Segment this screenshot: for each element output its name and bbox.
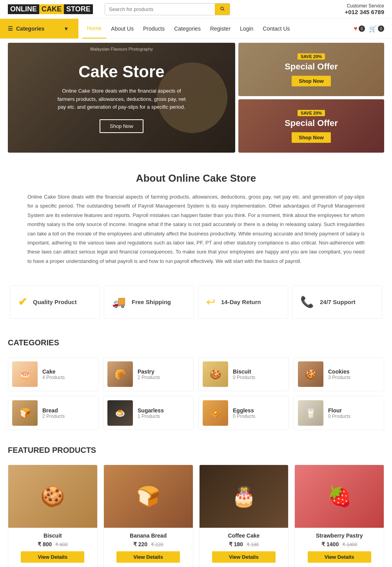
- product-banana-bread-btn[interactable]: View Details: [116, 551, 180, 563]
- category-sugarless[interactable]: 🍮 Sugarless 1 Products: [103, 396, 194, 430]
- category-eggless-info: Eggless 0 Products: [233, 407, 255, 419]
- category-cookies-info: Cookies 3 Products: [328, 368, 350, 380]
- search-input[interactable]: [105, 4, 215, 15]
- product-coffee-cake-img: 🎂: [200, 465, 289, 528]
- navigation: ☰ Categories ▾ Home About Us Products Ca…: [0, 19, 392, 39]
- featured-title: FEATURED PRODUCTS: [8, 446, 384, 457]
- search-button[interactable]: [215, 4, 230, 15]
- product-coffee-cake-btn[interactable]: View Details: [212, 551, 276, 563]
- hero-description: Online Cake Store deals with the financi…: [55, 87, 188, 111]
- category-bread-count: 2 Products: [42, 414, 65, 419]
- product-banana-bread-name: Banana Bread: [109, 532, 188, 539]
- hero-card-2-btn[interactable]: Shop Now: [292, 132, 331, 143]
- category-sugarless-img: 🍮: [107, 400, 133, 426]
- category-flour-img: 🥛: [298, 400, 323, 426]
- product-banana-bread-original-price: ₹ 220: [151, 542, 163, 547]
- nav-products[interactable]: Products: [138, 19, 169, 38]
- feature-support: 📞 24/7 Support: [292, 285, 382, 319]
- wishlist-button[interactable]: ♥ 0: [354, 25, 365, 32]
- product-biscuit-info: Biscuit ₹ 800 ₹ 800 View Details: [8, 528, 97, 567]
- product-strawberry-pastry-btn[interactable]: View Details: [308, 551, 371, 563]
- product-biscuit-name: Biscuit: [13, 532, 93, 539]
- product-biscuit-price: ₹ 800 ₹ 800: [13, 541, 93, 547]
- product-strawberry-pastry-img: 🍓: [295, 465, 384, 528]
- nav-icons: ♥ 0 🛒 0: [354, 25, 392, 33]
- product-biscuit-btn[interactable]: View Details: [21, 551, 84, 563]
- product-coffee-cake-info: Coffee Cake ₹ 180 ₹ 180 View Details: [200, 528, 289, 567]
- category-biscuit-info: Biscuit 0 Products: [233, 368, 255, 380]
- about-title: About Online Cake Store: [12, 172, 380, 184]
- category-biscuit[interactable]: 🍪 Biscuit 0 Products: [198, 357, 289, 391]
- hero-label: Malaysian Flavours Photography: [90, 47, 153, 51]
- logo-cake: CAKE: [39, 4, 64, 14]
- product-strawberry-pastry: 🍓 Strawberry Pastry ₹ 1400 ₹ 1400 View D…: [294, 465, 384, 567]
- return-icon: ↩: [206, 295, 215, 308]
- feature-return: ↩ 14-Day Return: [198, 285, 288, 319]
- hero-card-2-content: SAVE 20% Special Offer Shop Now: [285, 109, 338, 143]
- categories-title: CATEGORIES: [8, 338, 384, 349]
- wishlist-count: 0: [359, 26, 365, 32]
- checkmark-icon: ✔: [18, 295, 27, 308]
- product-coffee-cake-original-price: ₹ 180: [247, 542, 259, 547]
- category-flour-count: 0 Products: [328, 414, 350, 419]
- featured-section: FEATURED PRODUCTS 🍪 Biscuit ₹ 800 ₹ 800 …: [0, 438, 392, 567]
- category-cookies[interactable]: 🍪 Cookies 3 Products: [294, 357, 384, 391]
- category-biscuit-count: 0 Products: [233, 375, 255, 380]
- category-cake[interactable]: 🎂 Cake 4 Products: [8, 357, 98, 391]
- feature-shipping: 🚚 Free Shipping: [104, 285, 194, 319]
- categories-dropdown[interactable]: ☰ Categories ▾: [0, 19, 78, 38]
- category-eggless[interactable]: 🧇 Eggless 0 Products: [198, 396, 289, 430]
- product-biscuit: 🍪 Biscuit ₹ 800 ₹ 800 View Details: [8, 465, 98, 567]
- products-grid: 🍪 Biscuit ₹ 800 ₹ 800 View Details 🍞 Ban…: [8, 465, 384, 567]
- logo-store: STORE: [64, 4, 93, 14]
- category-pastry[interactable]: 🥐 Pastry 2 Products: [103, 357, 194, 391]
- product-strawberry-pastry-original-price: ₹ 1400: [342, 542, 357, 547]
- header: ONLINE CAKE STORE Customer Service +012 …: [0, 0, 392, 19]
- category-pastry-count: 2 Products: [138, 375, 160, 380]
- product-strawberry-pastry-current-price: ₹ 1400: [321, 541, 339, 547]
- category-biscuit-img: 🍪: [203, 361, 228, 387]
- hero-card-1-btn[interactable]: Shop Now: [292, 76, 331, 86]
- nav-categories[interactable]: Categories: [169, 19, 205, 38]
- save-badge-1: SAVE 20%: [298, 53, 325, 60]
- nav-login[interactable]: Login: [235, 19, 258, 38]
- product-banana-bread: 🍞 Banana Bread ₹ 220 ₹ 220 View Details: [103, 465, 193, 567]
- product-biscuit-original-price: ₹ 800: [55, 542, 67, 547]
- category-flour[interactable]: 🥛 Flour 0 Products: [294, 396, 384, 430]
- product-banana-bread-current-price: ₹ 220: [133, 541, 147, 547]
- hero-card-1: SAVE 20% Special Offer Shop Now: [238, 43, 384, 96]
- product-strawberry-pastry-info: Strawberry Pastry ₹ 1400 ₹ 1400 View Det…: [295, 528, 384, 567]
- product-coffee-cake-name: Coffee Cake: [204, 532, 284, 539]
- nav-contact[interactable]: Contact Us: [258, 19, 294, 38]
- category-bread[interactable]: 🍞 Bread 2 Products: [8, 396, 98, 430]
- category-cake-count: 4 Products: [42, 375, 65, 380]
- nav-about[interactable]: About Us: [106, 19, 138, 38]
- category-cake-name: Cake: [42, 368, 65, 375]
- categories-label: Categories: [16, 26, 44, 32]
- feature-quality-label: Quality Product: [33, 299, 77, 305]
- hero-main-banner: Malaysian Flavours Photography Cake Stor…: [8, 43, 235, 153]
- site-logo: ONLINE CAKE STORE: [8, 4, 93, 14]
- chevron-down-icon: ▾: [65, 26, 67, 32]
- nav-home[interactable]: Home: [82, 19, 106, 38]
- hero-main-content: Cake Store Online Cake Store deals with …: [47, 55, 196, 141]
- nav-register[interactable]: Register: [205, 19, 235, 38]
- hero-card-2-title: Special Offer: [285, 118, 338, 128]
- category-biscuit-name: Biscuit: [233, 368, 255, 375]
- category-bread-info: Bread 2 Products: [42, 407, 65, 419]
- category-cookies-count: 3 Products: [328, 375, 350, 380]
- truck-icon: 🚚: [112, 295, 126, 308]
- cart-button[interactable]: 🛒 0: [369, 25, 384, 33]
- about-section: About Online Cake Store Online Cake Stor…: [0, 157, 392, 273]
- cart-icon: 🛒: [369, 25, 377, 33]
- about-text: Online Cake Store deals with the financi…: [27, 192, 365, 266]
- categories-grid: 🎂 Cake 4 Products 🥐 Pastry 2 Products 🍪 …: [8, 357, 384, 430]
- hero-shop-button[interactable]: Shop Now: [100, 119, 143, 133]
- hero-card-1-title: Special Offer: [285, 62, 338, 72]
- hamburger-icon: ☰: [8, 26, 13, 32]
- phone-icon: 📞: [300, 295, 314, 308]
- nav-links: Home About Us Products Categories Regist…: [78, 19, 299, 38]
- category-cake-img: 🎂: [12, 361, 38, 387]
- product-banana-bread-price: ₹ 220 ₹ 220: [109, 541, 188, 547]
- category-eggless-count: 0 Products: [233, 414, 255, 419]
